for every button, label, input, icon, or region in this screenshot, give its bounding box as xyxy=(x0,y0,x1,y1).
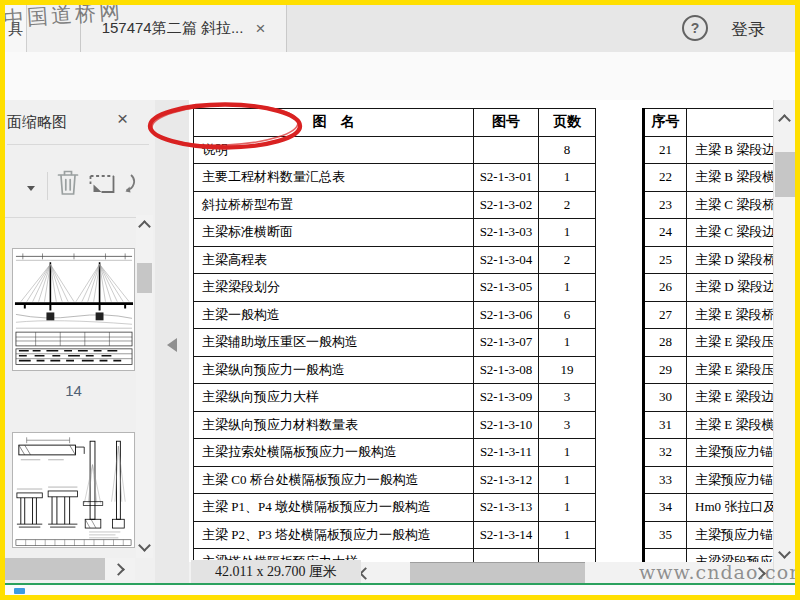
cell-drawing-name: 主梁 B 梁段边肋 xyxy=(687,136,774,164)
table-row: 32 主梁预应力锚固 xyxy=(644,439,774,467)
table-row: 主梁高程表 S2-1-3-04 2 xyxy=(194,246,596,274)
cell-page-count: 1 xyxy=(539,521,596,549)
title-bar: 具 157474第二篇 斜拉... × ? 登录 xyxy=(5,5,795,53)
watermark-bottom-right: www.cndao.com xyxy=(639,561,800,583)
taskbar-chip xyxy=(14,588,25,594)
panel-close-icon[interactable]: × xyxy=(117,108,128,130)
table-row: 主梁标准横断面 S2-1-3-03 1 xyxy=(194,219,596,247)
cell-serial-number: 24 xyxy=(644,219,687,247)
cell-serial-number: 25 xyxy=(644,246,687,274)
scroll-left-icon[interactable] xyxy=(359,567,372,580)
cell-serial-number: 29 xyxy=(644,356,687,384)
scroll-down-icon[interactable] xyxy=(778,546,791,559)
document-vertical-scrollbar[interactable] xyxy=(773,100,795,583)
cell-drawing-number: S2-1-3-04 xyxy=(474,246,539,274)
scroll-down-icon[interactable] xyxy=(138,539,151,552)
table-row: 33 主梁预应力锚固 xyxy=(644,466,774,494)
cell-drawing-name: 主梁 E 梁段压重 xyxy=(687,356,774,384)
document-hscrollbar-thumb[interactable] xyxy=(410,562,585,583)
table-header-row: 序号 xyxy=(644,109,774,137)
cell-serial-number: 31 xyxy=(644,411,687,439)
panel-divider xyxy=(7,144,149,145)
cell-drawing-number: S2-1-3-14 xyxy=(474,521,539,549)
table-header-row: 图 名 图号 页数 xyxy=(194,109,596,137)
thumbnail-page-14[interactable] xyxy=(12,248,135,371)
cell-drawing-name: 主梁 B 梁段横隔 xyxy=(687,164,774,192)
cell-drawing-name: 主梁 P1、P4 墩处横隔板预应力一般构造 xyxy=(194,494,474,522)
cell-drawing-name: 主梁纵向预应力材料数量表 xyxy=(194,411,474,439)
sidebar-vertical-scrollbar[interactable] xyxy=(136,215,153,558)
sidebar-hscrollbar-thumb[interactable] xyxy=(5,558,105,580)
document-vscrollbar-thumb[interactable] xyxy=(775,152,795,197)
header-page-count: 页数 xyxy=(539,109,596,137)
table-row: 主梁纵向预应力一般构造 S2-1-3-08 19 xyxy=(194,356,596,384)
table-row: 主梁 P2、P3 塔处横隔板预应力一般构造 S2-1-3-14 1 xyxy=(194,521,596,549)
cell-drawing-name: 主梁标准横断面 xyxy=(194,219,474,247)
cell-page-count: 19 xyxy=(539,356,596,384)
panel-gutter xyxy=(155,100,189,583)
cell-page-count: 1 xyxy=(539,219,596,247)
header-drawing-name xyxy=(687,109,774,137)
help-icon[interactable]: ? xyxy=(682,15,708,41)
cell-serial-number: 21 xyxy=(644,136,687,164)
cell-drawing-name: 主梁 E 梁段桥面 xyxy=(687,301,774,329)
table-row: 主梁辅助墩压重区一般构造 S2-1-3-07 1 xyxy=(194,329,596,357)
trash-icon xyxy=(55,168,81,198)
table-row: 31 主梁 E 梁段横隔 xyxy=(644,411,774,439)
pier-detail-drawing xyxy=(13,433,134,547)
scroll-right-icon[interactable] xyxy=(112,563,125,576)
cell-drawing-number: S2-1-3-06 xyxy=(474,301,539,329)
close-tab-icon[interactable]: × xyxy=(255,19,265,39)
panel-divider xyxy=(5,217,136,218)
cell-drawing-number: S2-1-3-07 xyxy=(474,329,539,357)
main-toolbar: / 169 xyxy=(5,52,795,101)
header-drawing-number: 图号 xyxy=(474,109,539,137)
cell-drawing-number: S2-1-3-01 xyxy=(474,164,539,192)
resize-pages-icon xyxy=(88,170,116,197)
collapse-panel-icon[interactable] xyxy=(167,338,177,352)
thumbnail-options-caret[interactable] xyxy=(27,186,35,191)
cell-page-count: 6 xyxy=(539,301,596,329)
table-row: 24 主梁 C 梁段边肋 xyxy=(644,219,774,247)
cell-serial-number: 23 xyxy=(644,191,687,219)
page-size-text: 42.011 x 29.700 厘米 xyxy=(215,563,337,581)
sidebar-scrollbar-thumb[interactable] xyxy=(137,263,152,293)
cell-drawing-name: 主梁预应力锚固 xyxy=(687,521,774,549)
resize-pages-button[interactable] xyxy=(88,170,116,201)
rotate-page-button[interactable] xyxy=(120,173,136,201)
table-row: 29 主梁 E 梁段压重 xyxy=(644,356,774,384)
table-row: 主梁梁段划分 S2-1-3-05 1 xyxy=(194,274,596,302)
cell-drawing-name: 主梁纵向预应力大样 xyxy=(194,384,474,412)
cell-serial-number: 35 xyxy=(644,521,687,549)
delete-page-button[interactable] xyxy=(55,168,81,202)
thumbnail-page-15[interactable] xyxy=(12,432,135,548)
cell-page-count: 1 xyxy=(539,466,596,494)
table-row: 27 主梁 E 梁段桥面 xyxy=(644,301,774,329)
cell-drawing-name: 主梁 D 梁段边肋 xyxy=(687,274,774,302)
table-row: 主梁一般构造 S2-1-3-06 6 xyxy=(194,301,596,329)
cell-page-count: 2 xyxy=(539,246,596,274)
cell-page-count: 2 xyxy=(539,191,596,219)
table-row: 主梁拉索处横隔板预应力一般构造 S2-1-3-11 1 xyxy=(194,439,596,467)
table-row: 21 主梁 B 梁段边肋 xyxy=(644,136,774,164)
cell-drawing-number: S2-1-3-12 xyxy=(474,466,539,494)
cell-serial-number: 22 xyxy=(644,164,687,192)
cell-drawing-name: 主梁 D 梁段桥面 xyxy=(687,246,774,274)
cell-drawing-name: 主梁梁段划分 xyxy=(194,274,474,302)
table-row: 25 主梁 D 梁段桥面 xyxy=(644,246,774,274)
cell-drawing-number: S2-1-3-02 xyxy=(474,191,539,219)
scroll-up-icon[interactable] xyxy=(778,114,791,127)
scroll-up-icon[interactable] xyxy=(138,220,151,233)
cell-serial-number: 27 xyxy=(644,301,687,329)
login-button[interactable]: 登录 xyxy=(731,18,765,41)
sidebar-horizontal-scrollbar[interactable] xyxy=(5,558,135,580)
cell-drawing-name: 主梁一般构造 xyxy=(194,301,474,329)
table-row: 34 Hm0 张拉口及加 xyxy=(644,494,774,522)
cell-page-count: 1 xyxy=(539,164,596,192)
bridge-elevation-drawing xyxy=(13,249,134,370)
cell-drawing-number xyxy=(474,136,539,164)
table-row: 斜拉桥桥型布置 S2-1-3-02 2 xyxy=(194,191,596,219)
cell-drawing-number: S2-1-3-11 xyxy=(474,439,539,467)
pdf-viewer-window: 具 157474第二篇 斜拉... × ? 登录 xyxy=(0,0,800,600)
cell-drawing-name: 主梁预应力锚固 xyxy=(687,466,774,494)
